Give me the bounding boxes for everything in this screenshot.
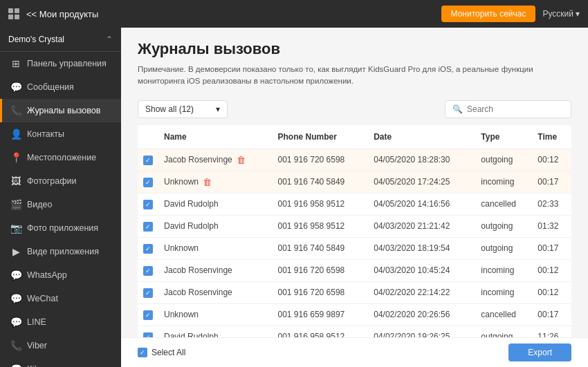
sidebar-label-photos: Фотографии bbox=[27, 176, 76, 186]
sidebar-item-kik[interactable]: 💬Kik bbox=[0, 357, 121, 367]
search-input[interactable] bbox=[467, 104, 564, 114]
cell-type: cancelled bbox=[475, 193, 532, 215]
dashboard-icon: ⊞ bbox=[10, 58, 21, 69]
delete-icon[interactable]: 🗑 bbox=[203, 177, 212, 187]
row-checkbox[interactable]: ✓ bbox=[143, 244, 153, 254]
cell-time: 02:33 bbox=[532, 193, 571, 215]
search-icon: 🔍 bbox=[452, 104, 463, 114]
sidebar-item-calls[interactable]: 📞Журналы вызовов bbox=[0, 99, 121, 122]
location-icon: 📍 bbox=[10, 152, 21, 163]
sidebar-item-dashboard[interactable]: ⊞Панель управления bbox=[0, 52, 121, 75]
row-checkbox[interactable]: ✓ bbox=[143, 332, 153, 338]
language-selector[interactable]: Русский ▾ bbox=[542, 9, 580, 19]
row-checkbox[interactable]: ✓ bbox=[143, 222, 153, 232]
select-all-checkbox[interactable]: ✓ bbox=[138, 348, 147, 357]
cell-phone: 001 916 659 9897 bbox=[273, 303, 369, 326]
cell-date: 04/02/2020 19:26:25 bbox=[368, 326, 475, 337]
cell-type: outgoing bbox=[475, 215, 532, 237]
bottom-bar: ✓ Select All Export bbox=[121, 337, 588, 367]
main-content: Журналы вызовов Примечание. В демоверсии… bbox=[121, 28, 588, 367]
row-checkbox-cell: ✓ bbox=[138, 215, 158, 237]
wechat-icon: 💬 bbox=[10, 293, 21, 304]
cell-phone: 001 916 740 5849 bbox=[273, 237, 369, 259]
cell-type: incoming bbox=[475, 259, 532, 281]
row-checkbox[interactable]: ✓ bbox=[143, 178, 153, 187]
grid-icon bbox=[8, 8, 19, 19]
sidebar-item-whatsapp[interactable]: 💬WhatsApp bbox=[0, 263, 121, 287]
monitor-button[interactable]: Мониторить сейчас bbox=[441, 6, 536, 22]
search-box[interactable]: 🔍 bbox=[445, 100, 571, 118]
sidebar-item-photo-apps[interactable]: 📷Фото приложения bbox=[0, 216, 121, 240]
sidebar-user-chevron[interactable]: ⌃ bbox=[106, 35, 113, 44]
cell-phone: 001 916 720 6598 bbox=[273, 281, 369, 303]
filter-dropdown[interactable]: Show all (12) ▾ bbox=[138, 100, 228, 118]
messages-icon: 💬 bbox=[10, 82, 21, 93]
sidebar-label-kik: Kik bbox=[27, 364, 39, 367]
sidebar-label-photo-apps: Фото приложения bbox=[27, 223, 98, 233]
row-checkbox-cell: ✓ bbox=[138, 281, 158, 303]
page-title: Журналы вызовов bbox=[138, 40, 571, 58]
cell-date: 04/03/2020 18:19:54 bbox=[368, 237, 475, 259]
cell-type: outgoing bbox=[475, 237, 532, 259]
cell-phone: 001 916 958 9512 bbox=[273, 215, 369, 237]
cell-time: 01:32 bbox=[532, 215, 571, 237]
row-checkbox[interactable]: ✓ bbox=[143, 200, 153, 209]
cell-name: Jacob Rosenvinge🗑 bbox=[158, 149, 273, 171]
sidebar-label-messages: Сообщения bbox=[27, 82, 74, 92]
table-header: NamePhone NumberDateTypeTime bbox=[138, 125, 571, 149]
select-all-area[interactable]: ✓ Select All bbox=[138, 348, 185, 357]
cell-date: 04/03/2020 10:45:24 bbox=[368, 259, 475, 281]
sidebar-item-video[interactable]: 🎬Видео bbox=[0, 193, 121, 216]
row-checkbox-cell: ✓ bbox=[138, 171, 158, 193]
row-checkbox-cell: ✓ bbox=[138, 303, 158, 326]
row-checkbox[interactable]: ✓ bbox=[143, 310, 153, 320]
sidebar-item-messages[interactable]: 💬Сообщения bbox=[0, 75, 121, 99]
cell-date: 04/02/2020 20:26:56 bbox=[368, 303, 475, 326]
row-checkbox-cell: ✓ bbox=[138, 259, 158, 281]
contacts-icon: 👤 bbox=[10, 129, 21, 140]
cell-type: incoming bbox=[475, 281, 532, 303]
delete-icon[interactable]: 🗑 bbox=[237, 155, 246, 165]
row-checkbox[interactable]: ✓ bbox=[143, 288, 153, 298]
table-row: ✓Jacob Rosenvinge001 916 720 659804/03/2… bbox=[138, 259, 571, 281]
viber-icon: 📞 bbox=[10, 340, 21, 351]
table-row: ✓Jacob Rosenvinge🗑001 916 720 659804/05/… bbox=[138, 149, 571, 171]
sidebar-item-video-apps[interactable]: ▶Виде приложения bbox=[0, 240, 121, 263]
sidebar-user: Demo's Crystal ⌃ bbox=[0, 28, 121, 52]
sidebar-item-viber[interactable]: 📞Viber bbox=[0, 334, 121, 357]
topbar-logo: << Мои продукты bbox=[8, 8, 98, 19]
sidebar-label-dashboard: Панель управления bbox=[27, 59, 107, 68]
sidebar-item-location[interactable]: 📍Местоположение bbox=[0, 146, 121, 169]
table-row: ✓Unknown🗑001 916 740 584904/05/2020 17:2… bbox=[138, 171, 571, 193]
sidebar-label-whatsapp: WhatsApp bbox=[27, 270, 67, 280]
cell-time: 00:12 bbox=[532, 281, 571, 303]
sidebar-item-photos[interactable]: 🖼Фотографии bbox=[0, 169, 121, 193]
photo-apps-icon: 📷 bbox=[10, 223, 21, 234]
main-note: Примечание. В демоверсии показано только… bbox=[138, 64, 571, 88]
cell-name: David Rudolph bbox=[158, 326, 273, 338]
sidebar-label-video: Видео bbox=[27, 200, 53, 209]
video-apps-icon: ▶ bbox=[10, 246, 21, 257]
video-icon: 🎬 bbox=[10, 199, 21, 210]
cell-name: David Rudolph bbox=[158, 194, 273, 214]
cell-date: 04/02/2020 22:14:22 bbox=[368, 281, 475, 303]
cell-time: 00:12 bbox=[532, 259, 571, 281]
sidebar-label-location: Местоположение bbox=[27, 153, 96, 162]
cell-type: incoming bbox=[475, 171, 532, 193]
cell-date: 04/05/2020 17:24:25 bbox=[368, 171, 475, 193]
row-checkbox[interactable]: ✓ bbox=[143, 266, 153, 276]
table-row: ✓Unknown001 916 740 584904/03/2020 18:19… bbox=[138, 237, 571, 259]
col-name: Name bbox=[158, 125, 273, 149]
sidebar-label-video-apps: Виде приложения bbox=[27, 247, 99, 256]
sidebar-item-contacts[interactable]: 👤Контакты bbox=[0, 122, 121, 146]
kik-icon: 💬 bbox=[10, 364, 21, 367]
sidebar-label-wechat: WeChat bbox=[27, 294, 58, 303]
table-body: ✓Jacob Rosenvinge🗑001 916 720 659804/05/… bbox=[138, 149, 571, 337]
col-date: Date bbox=[368, 125, 475, 149]
calls-table: NamePhone NumberDateTypeTime ✓Jacob Rose… bbox=[138, 125, 571, 338]
row-checkbox[interactable]: ✓ bbox=[143, 156, 153, 165]
export-button[interactable]: Export bbox=[508, 344, 571, 361]
sidebar-item-line[interactable]: 💬LINE bbox=[0, 310, 121, 334]
cell-time: 00:17 bbox=[532, 237, 571, 259]
sidebar-item-wechat[interactable]: 💬WeChat bbox=[0, 287, 121, 310]
